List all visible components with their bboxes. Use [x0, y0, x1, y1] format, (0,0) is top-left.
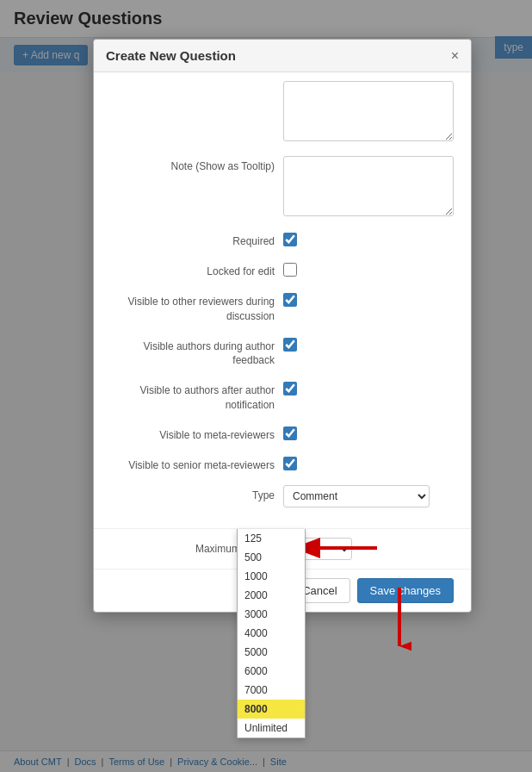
visible-authors-feedback-wrap: [283, 336, 454, 354]
required-checkbox[interactable]: [283, 233, 297, 246]
visible-authors-notification-checkbox[interactable]: [283, 382, 297, 395]
visible-reviewers-wrap: [283, 291, 454, 309]
visible-senior-meta-checkbox[interactable]: [283, 457, 297, 470]
note-label: Note (Show as Tooltip): [111, 156, 275, 174]
visible-meta-label: Visible to meta-reviewers: [111, 425, 275, 443]
visible-reviewers-checkbox[interactable]: [283, 293, 297, 307]
dropdown-item-unlimited[interactable]: Unlimited: [238, 719, 305, 738]
required-label: Required: [111, 231, 275, 249]
dropdown-item-6000[interactable]: 6000: [238, 662, 305, 681]
visible-authors-notification-row: Visible to authors after author notifica…: [111, 380, 454, 413]
visible-senior-meta-row: Visible to senior meta-reviewers: [111, 455, 454, 473]
dropdown-item-1000[interactable]: 1000: [238, 567, 305, 586]
form-section: Note (Show as Tooltip) Required Locked f…: [94, 72, 471, 528]
visible-reviewers-row: Visible to other reviewers during discus…: [111, 291, 454, 324]
visible-reviewers-label: Visible to other reviewers during discus…: [111, 291, 275, 324]
note-row: Note (Show as Tooltip): [111, 156, 454, 219]
type-row: Type Comment: [111, 485, 454, 507]
type-wrap: Comment: [283, 485, 454, 507]
top-textarea-wrap: [283, 81, 454, 144]
note-textarea[interactable]: [283, 156, 454, 216]
top-textarea-label: [111, 81, 275, 84]
locked-checkbox[interactable]: [283, 263, 297, 277]
dropdown-item-7000[interactable]: 7000: [238, 681, 305, 700]
dropdown-item-5000[interactable]: 5000: [238, 643, 305, 662]
locked-wrap: [283, 261, 454, 279]
visible-meta-wrap: [283, 425, 454, 443]
dropdown-item-125[interactable]: 125: [238, 529, 305, 548]
dropdown-item-8000[interactable]: 8000: [238, 700, 305, 719]
visible-authors-notification-label: Visible to authors after author notifica…: [111, 380, 275, 413]
dropdown-item-500[interactable]: 500: [238, 548, 305, 567]
visible-senior-meta-wrap: [283, 455, 454, 473]
type-select[interactable]: Comment: [283, 485, 430, 507]
required-row: Required: [111, 231, 454, 249]
top-textarea[interactable]: [283, 81, 454, 141]
create-question-modal: Create New Question × Note (Show as Tool…: [93, 39, 472, 613]
visible-senior-meta-label: Visible to senior meta-reviewers: [111, 455, 275, 473]
modal-header: Create New Question ×: [94, 40, 471, 72]
visible-authors-feedback-row: Visible authors during author feedback: [111, 336, 454, 369]
type-label: Type: [111, 485, 275, 503]
maxlength-dropdown: 125 500 1000 2000 3000 4000 5000 6000 70…: [237, 529, 306, 738]
modal-title: Create New Question: [106, 48, 236, 63]
visible-meta-checkbox[interactable]: [283, 426, 297, 440]
locked-label: Locked for edit: [111, 261, 275, 279]
dropdown-item-3000[interactable]: 3000: [238, 605, 305, 624]
dropdown-item-2000[interactable]: 2000: [238, 586, 305, 605]
visible-authors-feedback-checkbox[interactable]: [283, 338, 297, 352]
top-textarea-row: [111, 81, 454, 144]
arrow-down-icon: [387, 586, 411, 655]
required-wrap: [283, 231, 454, 249]
visible-meta-row: Visible to meta-reviewers: [111, 425, 454, 443]
visible-authors-feedback-label: Visible authors during author feedback: [111, 336, 275, 369]
modal-close-button[interactable]: ×: [451, 49, 459, 63]
locked-row: Locked for edit: [111, 261, 454, 279]
dropdown-item-4000[interactable]: 4000: [238, 624, 305, 643]
visible-authors-notification-wrap: [283, 380, 454, 398]
note-control-wrap: [283, 156, 454, 219]
